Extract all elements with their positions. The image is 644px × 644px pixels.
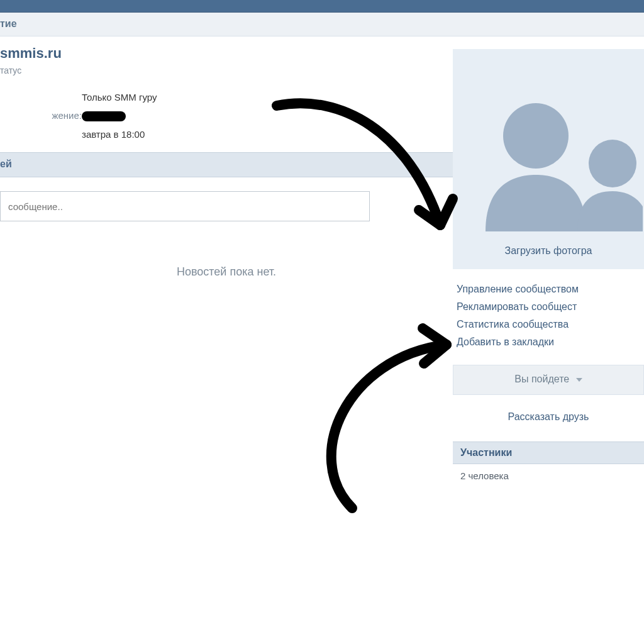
tab-label: тие	[0, 18, 17, 29]
link-community-stats[interactable]: Статистика сообщества	[457, 316, 640, 333]
upload-photo-link[interactable]: Загрузить фотогра	[505, 245, 592, 257]
svg-point-1	[589, 140, 636, 187]
info-value-redacted	[82, 110, 126, 121]
info-value: завтра в 18:00	[82, 129, 145, 140]
members-count: 2 человека	[453, 464, 644, 487]
subheader-tab[interactable]: тие	[0, 13, 644, 36]
info-label	[0, 129, 82, 140]
info-row: Только SMM гуру	[0, 88, 453, 106]
link-manage-community[interactable]: Управление сообществом	[457, 280, 640, 298]
link-add-bookmark[interactable]: Добавить в закладки	[457, 333, 640, 351]
members-header[interactable]: Участники	[453, 441, 644, 464]
svg-point-0	[503, 103, 569, 169]
attend-dropdown[interactable]: Вы пойдете	[453, 365, 644, 395]
post-composer	[0, 191, 370, 221]
status-text[interactable]: татус	[0, 65, 453, 88]
avatar-placeholder-icon	[453, 49, 644, 231]
info-label: жение:	[0, 110, 82, 121]
page-title: smmis.ru	[0, 45, 453, 65]
info-row: завтра в 18:00	[0, 125, 453, 143]
no-news-text: Новостей пока нет.	[0, 265, 453, 279]
info-label	[0, 92, 82, 103]
info-row: жение:	[0, 106, 453, 125]
attend-label: Вы пойдете	[514, 374, 569, 384]
info-value: Только SMM гуру	[82, 92, 157, 103]
wall-header: ей	[0, 152, 453, 177]
main-column: smmis.ru татус Только SMM гуру жение: за…	[0, 36, 453, 487]
chevron-down-icon	[576, 378, 582, 382]
link-advertise-community[interactable]: Рекламировать сообщест	[457, 298, 640, 316]
vk-topbar	[0, 0, 644, 13]
post-input[interactable]	[0, 191, 370, 221]
sidebar-column: Загрузить фотогра Управление сообществом…	[453, 36, 644, 487]
tell-friends-link[interactable]: Рассказать друзь	[453, 411, 644, 423]
sidebar-links: Управление сообществом Рекламировать соо…	[453, 269, 644, 351]
community-photo-box: Загрузить фотогра	[453, 49, 644, 269]
